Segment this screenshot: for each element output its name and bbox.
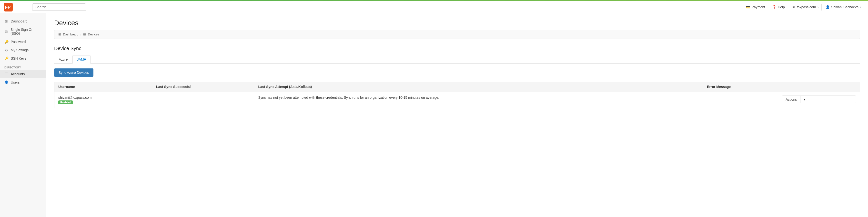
sidebar-label-ssh-keys: SSH Keys — [11, 56, 26, 60]
col-header-actions — [778, 82, 860, 92]
sidebar-item-my-settings[interactable]: ⚙ My Settings — [0, 46, 46, 54]
actions-dropdown[interactable]: Actions ▼ — [782, 96, 856, 103]
breadcrumb-devices-icon: ⊡ — [83, 32, 86, 36]
users-icon: 👤 — [4, 80, 8, 84]
payment-label: Payment — [752, 5, 765, 9]
sidebar: ⊞ Dashboard ⊡ Single Sign On (SSO) 🔑 Pas… — [0, 13, 46, 217]
domain-label: foxpass.com — [797, 5, 816, 9]
sidebar-label-sso: Single Sign On (SSO) — [10, 28, 42, 35]
username-value: shivani@foxpass.com — [58, 96, 148, 100]
sidebar-label-accounts: Accounts — [11, 72, 25, 76]
breadcrumb-devices-label: Devices — [88, 32, 99, 36]
sidebar-label-password: Password — [11, 40, 26, 44]
cell-last-sync-successful — [152, 92, 254, 108]
user-nav-item[interactable]: 👤 Shivani Sachdeva › — [823, 4, 864, 10]
settings-icon: ⚙ — [4, 48, 8, 52]
help-nav-item[interactable]: ❓ Help — [769, 4, 788, 10]
tab-azure[interactable]: Azure — [54, 55, 72, 63]
accounts-icon: ☰ — [4, 72, 8, 76]
page-title: Devices — [54, 19, 860, 27]
breadcrumb-home-icon: ⊞ — [58, 32, 61, 36]
dashboard-icon: ⊞ — [4, 19, 8, 23]
col-header-username: Username — [54, 82, 153, 92]
help-label: Help — [778, 5, 785, 9]
user-icon: 👤 — [826, 5, 830, 9]
domain-nav-item[interactable]: 🖥 foxpass.com › — [789, 4, 822, 10]
col-header-error-message: Error Message — [703, 82, 778, 92]
domain-arrow: › — [817, 5, 819, 9]
main-content: Devices ⊞ Dashboard / ⊡ Devices Device S… — [46, 13, 868, 217]
col-header-last-sync-successful: Last Sync Successful — [152, 82, 254, 92]
sidebar-item-ssh-keys[interactable]: 🔑 SSH Keys — [0, 54, 46, 62]
search-bar[interactable] — [32, 3, 86, 11]
breadcrumb-home-link[interactable]: Dashboard — [63, 32, 79, 36]
payment-nav-item[interactable]: 💳 Payment — [743, 4, 768, 10]
cell-actions: Actions ▼ — [778, 92, 860, 108]
logo-area[interactable]: FP — [4, 3, 28, 11]
section-title: Device Sync — [54, 46, 860, 51]
sidebar-item-accounts[interactable]: ☰ Accounts — [0, 70, 46, 78]
table-header: Username Last Sync Successful Last Sync … — [54, 82, 860, 92]
cell-username: shivani@foxpass.com Enabled — [54, 92, 153, 108]
user-label: Shivani Sachdeva — [831, 5, 859, 9]
sync-azure-button[interactable]: Sync Azure Devices — [54, 69, 93, 77]
cell-last-sync-attempt: Sync has not yet been attempted with the… — [254, 92, 703, 108]
top-nav: FP 💳 Payment ❓ Help 🖥 foxpass.com › 👤 Sh… — [0, 1, 868, 13]
table-row: shivani@foxpass.com Enabled Sync has not… — [54, 92, 860, 108]
search-input[interactable] — [32, 3, 86, 11]
devices-table: Username Last Sync Successful Last Sync … — [54, 82, 860, 108]
sso-icon: ⊡ — [4, 30, 8, 33]
ssh-icon: 🔑 — [4, 56, 8, 60]
directory-section-label: DIRECTORY — [0, 62, 46, 70]
sidebar-label-my-settings: My Settings — [11, 48, 29, 52]
breadcrumb: ⊞ Dashboard / ⊡ Devices — [54, 30, 860, 39]
tab-jamf[interactable]: JAMF — [72, 55, 91, 63]
sidebar-item-dashboard[interactable]: ⊞ Dashboard — [0, 17, 46, 25]
user-arrow: › — [860, 5, 861, 9]
payment-icon: 💳 — [746, 5, 750, 9]
sidebar-label-dashboard: Dashboard — [11, 19, 28, 23]
sidebar-item-password[interactable]: 🔑 Password — [0, 38, 46, 46]
main-layout: ⊞ Dashboard ⊡ Single Sign On (SSO) 🔑 Pas… — [0, 13, 868, 217]
sidebar-label-users: Users — [11, 80, 20, 84]
actions-caret-icon[interactable]: ▼ — [800, 96, 808, 103]
domain-icon: 🖥 — [792, 5, 795, 9]
nav-right: 💳 Payment ❓ Help 🖥 foxpass.com › 👤 Shiva… — [743, 4, 864, 10]
svg-text:FP: FP — [5, 5, 11, 10]
actions-button-label[interactable]: Actions — [782, 96, 800, 103]
breadcrumb-separator: / — [81, 32, 82, 36]
table-body: shivani@foxpass.com Enabled Sync has not… — [54, 92, 860, 108]
enabled-badge: Enabled — [58, 101, 73, 104]
sidebar-item-users[interactable]: 👤 Users — [0, 78, 46, 86]
col-header-last-sync-attempt: Last Sync Attempt (Asia/Kolkata) — [254, 82, 703, 92]
cell-error-message — [703, 92, 778, 108]
password-icon: 🔑 — [4, 40, 8, 44]
help-icon: ❓ — [772, 5, 776, 9]
foxpass-logo: FP — [4, 3, 13, 11]
sidebar-item-sso[interactable]: ⊡ Single Sign On (SSO) — [0, 25, 46, 38]
device-sync-tabs: Azure JAMF — [54, 55, 860, 63]
